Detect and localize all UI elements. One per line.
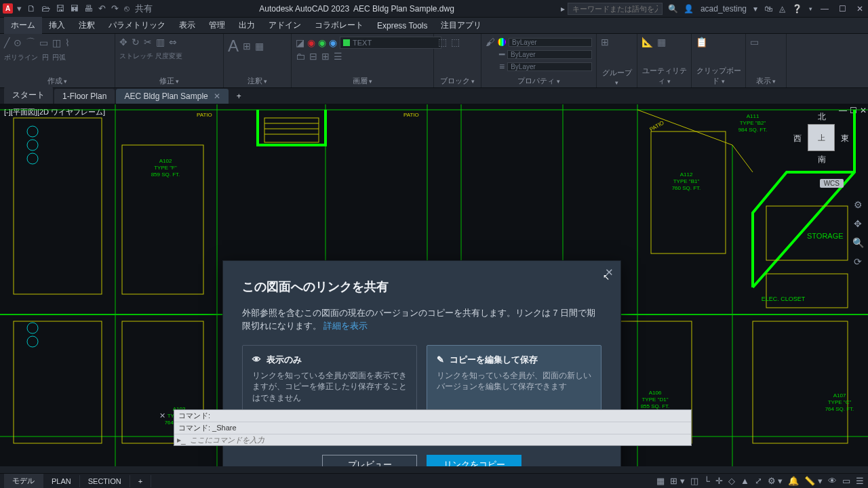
status-toggles: ▦ ⊞ ▾ ◫ └ ✛ ◇ ▲ ⤢ ⚙ ▾ 🔔 📏 ▾ 👁 ▭ ☰ [656, 476, 864, 486]
cart-icon[interactable]: 🛍 [764, 4, 772, 14]
command-input[interactable] [190, 436, 688, 444]
svg-rect-19 [753, 321, 848, 443]
minimize-button[interactable]: — [819, 4, 830, 14]
maximize-button[interactable]: ☐ [837, 4, 848, 14]
permission-card-view-only[interactable]: 👁表示のみ リンクを知っている全員が図面を表示できますが、コピーを修正したり保存… [242, 345, 417, 414]
new-tab-button[interactable]: + [230, 89, 248, 104]
ribbon-tab-1[interactable]: 挿入 [42, 17, 72, 34]
steering-wheel-icon[interactable]: ⚙ [854, 199, 863, 210]
clean-screen-icon[interactable]: ▭ [842, 476, 850, 486]
ribbon-tab-4[interactable]: 表示 [172, 17, 202, 34]
permission-card-edit-copy[interactable]: ✎コピーを編集して保存 リンクを知っている全員が、図面の新しいバージョンを編集し… [427, 345, 601, 414]
wcs-badge[interactable]: WCS [820, 179, 844, 188]
customize-icon[interactable]: ☰ [856, 476, 864, 486]
share-icon[interactable]: ⎋ [124, 3, 130, 14]
svg-point-31 [27, 153, 38, 164]
search-box[interactable]: ▸ 🔍 [561, 3, 684, 15]
plot-icon[interactable]: 🖶 [84, 3, 93, 14]
close-button[interactable]: ✕ [854, 4, 865, 14]
svg-text:760 SQ. FT.: 760 SQ. FT. [672, 185, 701, 191]
model-space-icon[interactable]: ▦ [656, 476, 665, 486]
drawing-canvas[interactable]: [-][平面図][2D ワイヤフレーム] — ☐ ✕ [0, 104, 868, 466]
orbit-icon[interactable]: ⟳ [854, 256, 862, 267]
dialog-description: 外部参照を含むこの図面の現在のバージョンのコピーを共有します。リンクは 7 日間… [242, 307, 601, 333]
svg-text:TYPE "F": TYPE "F" [154, 165, 177, 171]
svg-point-32 [27, 323, 38, 333]
menu-icon[interactable]: ▾ [17, 3, 22, 14]
ribbon: ╱⊙⌒▭◫⌇ポリライン 円 円弧 作成 ✥↻✂▥⇔ストレッチ 尺度変更 修正 A… [0, 34, 868, 88]
layer-dropdown[interactable]: TEXT [340, 37, 441, 49]
svg-text:A106: A106 [649, 390, 662, 396]
doc-tab-2[interactable]: AEC Bldg Plan Sample✕ [116, 89, 228, 104]
add-layout-button[interactable]: + [130, 475, 151, 487]
svg-line-28 [732, 145, 753, 172]
svg-text:PATIO: PATIO [649, 120, 665, 133]
dialog-title: この図面へのリンクを共有 [242, 279, 601, 295]
status-bar: モデルPLANSECTION+ ▦ ⊞ ▾ ◫ └ ✛ ◇ ▲ ⤢ ⚙ ▾ 🔔 … [0, 473, 868, 488]
app-home-icon[interactable]: ◬ [779, 4, 785, 14]
doc-tab-0[interactable]: スタート [4, 87, 53, 104]
anno-monitor-icon[interactable]: 🔔 [788, 476, 799, 486]
ribbon-tabs: ホーム挿入注釈パラメトリック表示管理出力アドインコラボレートExpress To… [0, 18, 868, 34]
saveas-icon[interactable]: 🖬 [70, 3, 79, 14]
search-icon[interactable]: 🔍 [668, 4, 678, 14]
preview-button[interactable]: プレビュー [322, 455, 417, 466]
snap-icon[interactable]: ◫ [690, 476, 698, 486]
view-cube[interactable]: 上 北 南 西 東 [793, 110, 849, 165]
svg-text:859 SQ. FT.: 859 SQ. FT. [151, 171, 180, 178]
svg-point-33 [27, 336, 38, 347]
command-line[interactable]: ✕ コマンド: コマンド: _Share ▸_ [174, 409, 692, 446]
units-icon[interactable]: 📏 ▾ [804, 476, 823, 486]
scale-icon[interactable]: ⤢ [755, 476, 762, 486]
ribbon-tab-2[interactable]: 注釈 [72, 17, 102, 34]
new-icon[interactable]: 🗋 [27, 3, 36, 14]
zoom-icon[interactable]: 🔍 [852, 237, 864, 248]
close-tab-icon[interactable]: ✕ [214, 92, 220, 101]
grid-icon[interactable]: ⊞ ▾ [670, 476, 685, 486]
ribbon-tab-10[interactable]: 注目アプリ [434, 17, 488, 34]
svg-rect-20 [651, 131, 726, 253]
search-input[interactable] [568, 3, 663, 15]
app-logo[interactable]: A [3, 3, 13, 14]
svg-rect-21 [264, 118, 319, 142]
user-icon[interactable]: 👤 [684, 4, 694, 14]
svg-text:STORAGE: STORAGE [807, 232, 844, 240]
nav-bar[interactable]: ⚙ ✥ 🔍 ⟳ [850, 199, 865, 267]
svg-rect-12 [14, 321, 102, 443]
cmdline-close-icon[interactable]: ✕ [159, 411, 165, 420]
isolate-icon[interactable]: 👁 [828, 476, 837, 486]
ribbon-tab-3[interactable]: パラメトリック [102, 17, 172, 34]
layout-tab-モデル[interactable]: モデル [4, 474, 43, 488]
ribbon-tab-6[interactable]: 出力 [232, 17, 262, 34]
user-name[interactable]: acad_testing [701, 4, 747, 14]
pan-icon[interactable]: ✥ [854, 218, 862, 229]
title-bar: A ▾ 🗋 🗁 🖫 🖬 🖶 ↶ ↷ ⎋ 共有 Autodesk AutoCAD … [0, 0, 868, 18]
help-icon[interactable]: ❔ [792, 4, 802, 14]
ribbon-tab-9[interactable]: Express Tools [370, 18, 434, 33]
ribbon-tab-8[interactable]: コラボレート [308, 17, 370, 34]
undo-icon[interactable]: ↶ [98, 3, 106, 14]
osnap-icon[interactable]: ◇ [728, 476, 735, 486]
ortho-icon[interactable]: └ [704, 476, 710, 486]
ribbon-tab-5[interactable]: 管理 [202, 17, 232, 34]
redo-icon[interactable]: ↷ [111, 3, 119, 14]
dialog-close-button[interactable]: ✕ [605, 266, 614, 279]
doc-tab-1[interactable]: 1-Floor Plan [54, 89, 115, 104]
svg-text:764 SQ. FT.: 764 SQ. FT. [825, 406, 854, 412]
workspace-icon[interactable]: ⚙ ▾ [768, 476, 783, 486]
layout-tab-section[interactable]: SECTION [80, 475, 130, 487]
ribbon-tab-0[interactable]: ホーム [4, 17, 42, 34]
share-label[interactable]: 共有 [135, 3, 153, 15]
anno-icon[interactable]: ▲ [741, 476, 749, 486]
open-icon[interactable]: 🗁 [41, 3, 50, 14]
eye-icon: 👁 [252, 354, 261, 365]
copy-link-button[interactable]: リンクをコピー [427, 455, 521, 466]
svg-text:855 SQ. FT.: 855 SQ. FT. [641, 403, 670, 409]
learn-more-link[interactable]: 詳細を表示 [323, 321, 368, 331]
cmd-history-1: コマンド: [174, 410, 691, 422]
polar-icon[interactable]: ✛ [715, 476, 723, 486]
panel-label[interactable]: 作成 [4, 75, 111, 86]
layout-tab-plan[interactable]: PLAN [43, 475, 80, 487]
ribbon-tab-7[interactable]: アドイン [262, 17, 308, 34]
save-icon[interactable]: 🖫 [56, 3, 64, 14]
